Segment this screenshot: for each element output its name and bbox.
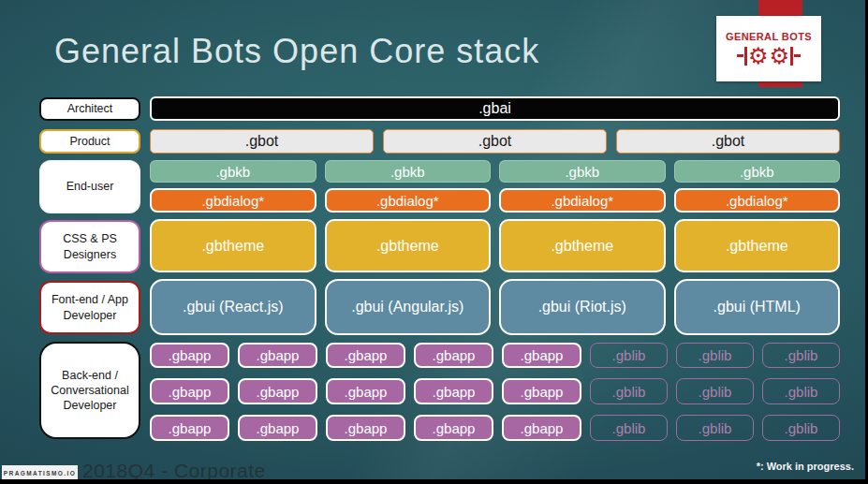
role-label-product: Product [39, 129, 140, 154]
gblib-box: .gblib [676, 378, 754, 404]
pragmatismo-badge: PRAGMATISMO.IO [2, 465, 78, 480]
gblib-box: .gblib [590, 343, 668, 368]
gbapp-box: .gbapp [326, 378, 405, 404]
gbui-box: .gbui (Angular.js) [325, 279, 492, 335]
stack-row-gbdialog: .gbdialog*.gbdialog*.gbdialog*.gbdialog* [150, 188, 840, 213]
stack-row-gbot: .gbot.gbot.gbot [150, 129, 840, 154]
gbot-box: .gbot [150, 129, 374, 154]
gbdialog-box: .gbdialog* [674, 188, 841, 213]
role-label-font-end-app-developer: Font-end / App Developer [39, 281, 140, 334]
gbapp-box: .gbapp [414, 343, 493, 368]
stack-row-apps-row-2: .gbapp.gbapp.gbapp.gbapp.gbapp.gblib.gbl… [150, 378, 840, 404]
gbapp-box: .gbapp [238, 415, 317, 441]
gbkb-box: .gbkb [499, 160, 666, 183]
gblib-box: .gblib [762, 343, 840, 368]
gbkb-box: .gbkb [674, 160, 841, 183]
gbapp-box: .gbapp [414, 415, 493, 441]
gbapp-box: .gbapp [326, 343, 405, 368]
gblib-box: .gblib [590, 415, 668, 441]
gbui-box: .gbui (React.js) [150, 279, 316, 335]
gbapp-box: .gbapp [150, 343, 229, 368]
gbot-box: .gbot [383, 129, 607, 154]
stack-row-gbtheme: .gbtheme.gbtheme.gbtheme.gbtheme [150, 219, 840, 272]
gbtheme-box: .gbtheme [150, 219, 316, 272]
gbkb-box: .gbkb [150, 160, 316, 183]
gbapp-box: .gbapp [238, 378, 317, 404]
role-label-back-end-conversational-developer: Back-end / Conversational Developer [39, 342, 140, 439]
gblib-box: .gblib [590, 378, 668, 404]
gbapp-box: .gbapp [326, 415, 405, 441]
stack-row-apps-row-1: .gbapp.gbapp.gbapp.gbapp.gbapp.gblib.gbl… [150, 343, 840, 368]
gblib-box: .gblib [676, 343, 754, 368]
stack-row-gbui: .gbui (React.js).gbui (Angular.js).gbui … [150, 279, 840, 335]
gbapp-box: .gbapp [150, 415, 229, 441]
gblib-box: .gblib [762, 415, 840, 441]
gbapp-box: .gbapp [502, 343, 581, 368]
gbtheme-box: .gbtheme [674, 219, 841, 272]
work-in-progress-footnote: *: Work in progress. [757, 461, 854, 472]
gbdialog-box: .gbdialog* [325, 188, 492, 213]
role-label-end-user: End-user [39, 160, 140, 213]
gbai-box: .gbai [150, 96, 840, 121]
stack-row-gbkb: .gbkb.gbkb.gbkb.gbkb [150, 160, 840, 183]
gblib-box: .gblib [762, 378, 840, 404]
gbapp-box: .gbapp [502, 378, 581, 404]
slide: General Bots Open Core stack GENERAL BOT… [0, 0, 868, 484]
gbapp-box: .gbapp [238, 343, 317, 368]
stack-row-gbai: .gbai [150, 96, 840, 121]
gbapp-box: .gbapp [150, 378, 229, 404]
gbdialog-box: .gbdialog* [499, 188, 666, 213]
gblib-box: .gblib [676, 415, 754, 441]
gbui-box: .gbui (Riot.js) [499, 279, 666, 335]
gbtheme-box: .gbtheme [499, 219, 666, 272]
gbtheme-box: .gbtheme [325, 219, 492, 272]
role-label-css-ps-designers: CSS & PS Designers [39, 220, 140, 273]
stack-row-apps-row-3: .gbapp.gbapp.gbapp.gbapp.gbapp.gblib.gbl… [150, 415, 840, 441]
gbui-box: .gbui (HTML) [674, 279, 841, 335]
role-label-architect: Architect [39, 97, 140, 121]
bottom-edge [0, 479, 868, 484]
stack-rows: .gbai.gbot.gbot.gbot.gbkb.gbkb.gbkb.gbkb… [150, 0, 840, 484]
gbkb-box: .gbkb [325, 160, 492, 183]
gbapp-box: .gbapp [502, 415, 581, 441]
gbot-box: .gbot [616, 129, 840, 154]
gbapp-box: .gbapp [414, 378, 493, 404]
gbdialog-box: .gbdialog* [150, 188, 316, 213]
